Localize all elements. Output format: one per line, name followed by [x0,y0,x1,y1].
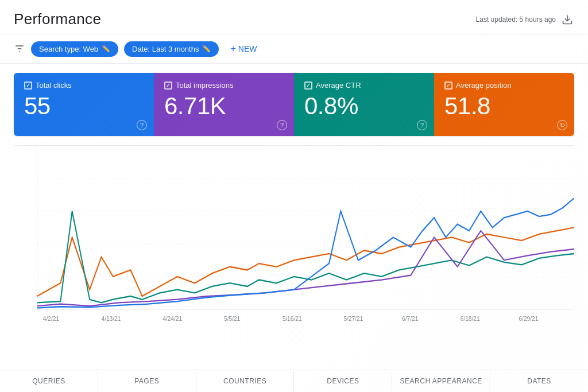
performance-chart: 4/2/21 4/13/21 4/24/21 5/5/21 5/16/21 5/… [14,146,574,329]
page-container: Performance Last updated: 5 hours ago [0,0,588,392]
svg-text:5/16/21: 5/16/21 [283,315,302,323]
filter-icon[interactable] [14,43,25,55]
ctr-value: 0.8% [304,94,424,118]
bottom-tabs: QUERIES PAGES COUNTRIES DEVICES SEARCH A… [0,370,588,392]
position-line [37,198,574,308]
metric-card-clicks[interactable]: Total clicks 55 ? [14,73,154,136]
clicks-help-icon[interactable]: ? [137,120,147,130]
svg-text:4/13/21: 4/13/21 [102,315,121,323]
position-label: Average position [456,81,512,90]
tab-dates[interactable]: DATES [490,370,588,392]
position-help-icon[interactable]: ↻ [557,120,567,130]
page-title: Performance [14,10,101,28]
date-range-label: Date: Last 3 months [132,45,199,53]
search-type-label: Search type: Web [39,45,98,53]
clicks-line [37,227,574,296]
svg-text:6/29/21: 6/29/21 [519,315,538,323]
svg-text:6/18/21: 6/18/21 [461,315,480,323]
impressions-checkbox[interactable] [164,81,172,90]
tab-devices[interactable]: DEVICES [294,370,392,392]
header: Performance Last updated: 5 hours ago [0,0,588,34]
ctr-label-row: Average CTR [304,81,424,90]
impressions-value: 6.71K [164,94,284,118]
date-range-chip[interactable]: Date: Last 3 months ✏️ [124,41,219,57]
metric-card-position[interactable]: Average position 51.8 ↻ [434,73,574,136]
download-icon[interactable] [560,13,574,26]
toolbar: Search type: Web ✏️ Date: Last 3 months … [0,34,588,64]
last-updated-label: Last updated: 5 hours ago [476,15,556,24]
impressions-label: Total impressions [176,81,233,90]
ctr-checkbox[interactable] [304,81,312,90]
clicks-label: Total clicks [36,81,72,90]
tab-search-appearance[interactable]: SEARCH APPEARANCE [392,370,490,392]
tab-queries[interactable]: QUERIES [0,370,98,392]
position-label-row: Average position [444,81,564,90]
clicks-value: 55 [24,94,144,118]
tab-pages[interactable]: PAGES [98,370,196,392]
header-right: Last updated: 5 hours ago [476,13,574,26]
metric-card-ctr[interactable]: Average CTR 0.8% ? [294,73,434,136]
new-button-label: NEW [238,44,257,53]
position-value: 51.8 [444,94,564,118]
plus-icon: + [230,44,235,54]
chart-area: 4/2/21 4/13/21 4/24/21 5/5/21 5/16/21 5/… [14,145,574,329]
ctr-label: Average CTR [316,81,361,90]
search-type-edit-icon: ✏️ [102,45,110,53]
search-type-chip[interactable]: Search type: Web ✏️ [31,41,118,57]
content-wrapper: Performance Last updated: 5 hours ago [0,0,588,392]
ctr-help-icon[interactable]: ? [417,120,427,130]
metric-card-impressions[interactable]: Total impressions 6.71K ? [154,73,294,136]
clicks-checkbox[interactable] [24,81,32,90]
impressions-label-row: Total impressions [164,81,284,90]
position-checkbox[interactable] [444,81,452,90]
svg-text:5/5/21: 5/5/21 [224,315,240,323]
impressions-help-icon[interactable]: ? [277,120,287,130]
date-edit-icon: ✏️ [202,45,211,53]
clicks-label-row: Total clicks [24,81,144,90]
svg-text:6/7/21: 6/7/21 [402,315,418,323]
tab-countries[interactable]: COUNTRIES [196,370,295,392]
svg-text:5/27/21: 5/27/21 [343,315,363,323]
svg-text:4/2/21: 4/2/21 [43,315,59,323]
svg-text:4/24/21: 4/24/21 [163,315,182,323]
impressions-line [37,231,574,306]
metrics-row: Total clicks 55 ? Total impressions 6.71… [14,73,574,136]
new-button[interactable]: + NEW [225,40,262,57]
